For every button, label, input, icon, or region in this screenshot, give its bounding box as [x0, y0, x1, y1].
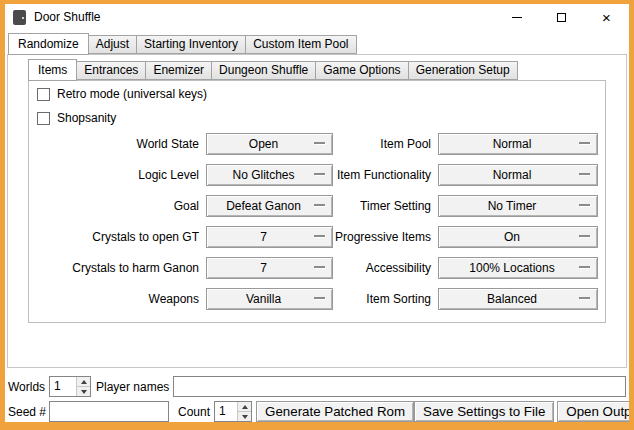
timer-setting-select[interactable]: No Timer	[438, 195, 598, 217]
app-window: Door Shuffle × Randomize Adjust Starting…	[0, 0, 634, 430]
item-sorting-select[interactable]: Balanced	[438, 288, 598, 310]
minimize-icon	[512, 17, 522, 18]
tab-dungeon-shuffle[interactable]: Dungeon Shuffle	[211, 61, 316, 80]
tab-entrances[interactable]: Entrances	[76, 61, 146, 80]
count-spinner[interactable]: 1	[214, 401, 252, 422]
tab-enemizer[interactable]: Enemizer	[145, 61, 212, 80]
maximize-button[interactable]	[539, 4, 584, 30]
tab-custom-item-pool[interactable]: Custom Item Pool	[245, 35, 356, 54]
timer-setting-label: Timer Setting	[259, 195, 431, 217]
dropdown-indicator-icon	[579, 235, 590, 237]
dropdown-indicator-icon	[579, 297, 590, 299]
dropdown-indicator-icon	[579, 266, 590, 268]
spin-down-button[interactable]	[238, 412, 251, 421]
worlds-row: Worlds 1 Player names	[8, 376, 626, 397]
worlds-value[interactable]: 1	[50, 377, 76, 396]
item-functionality-select[interactable]: Normal	[438, 164, 598, 186]
app-icon	[13, 10, 26, 25]
maximize-icon	[557, 13, 566, 22]
option-row-4: Crystals to open GT 7 Progressive Items …	[29, 226, 607, 248]
tab-items[interactable]: Items	[28, 59, 77, 81]
player-names-label: Player names	[96, 380, 169, 394]
arrow-up-icon	[81, 380, 87, 384]
option-row-6: Weapons Vanilla Item Sorting Balanced	[29, 288, 607, 310]
option-row-1: World State Open Item Pool Normal	[29, 133, 607, 155]
arrow-up-icon	[242, 405, 248, 409]
accessibility-select[interactable]: 100% Locations	[438, 257, 598, 279]
app-surface: Door Shuffle × Randomize Adjust Starting…	[5, 4, 629, 422]
world-state-label: World State	[29, 133, 199, 155]
item-functionality-label: Item Functionality	[259, 164, 431, 186]
option-row-3: Goal Defeat Ganon Timer Setting No Timer	[29, 195, 607, 217]
timer-setting-value: No Timer	[439, 196, 597, 216]
spin-up-button[interactable]	[238, 402, 251, 412]
count-value[interactable]: 1	[215, 402, 237, 421]
worlds-label: Worlds	[8, 380, 49, 394]
crystals-ganon-label: Crystals to harm Ganon	[29, 257, 199, 279]
option-row-5: Crystals to harm Ganon 7 Accessibility 1…	[29, 257, 607, 279]
arrow-down-icon	[242, 415, 248, 419]
tab-game-options[interactable]: Game Options	[315, 61, 408, 80]
tab-randomize[interactable]: Randomize	[8, 33, 89, 55]
main-tabbar: Randomize Adjust Starting Inventory Cust…	[8, 32, 357, 54]
spinner-arrows	[237, 402, 251, 421]
arrow-down-icon	[81, 390, 87, 394]
spinner-arrows	[76, 377, 90, 396]
randomize-sub-tabbar: Items Entrances Enemizer Dungeon Shuffle…	[28, 58, 518, 80]
minimize-button[interactable]	[494, 4, 539, 30]
tab-starting-inventory[interactable]: Starting Inventory	[136, 35, 246, 54]
item-pool-select[interactable]: Normal	[438, 133, 598, 155]
shopsanity-label: Shopsanity	[57, 111, 116, 125]
generate-patched-rom-button[interactable]: Generate Patched Rom	[256, 401, 414, 422]
accessibility-label: Accessibility	[259, 257, 431, 279]
progressive-items-select[interactable]: On	[438, 226, 598, 248]
progressive-items-label: Progressive Items	[259, 226, 431, 248]
seed-input[interactable]	[49, 401, 169, 422]
item-pool-value: Normal	[439, 134, 597, 154]
spin-down-button[interactable]	[77, 387, 90, 396]
titlebar[interactable]: Door Shuffle ×	[5, 4, 629, 30]
close-icon: ×	[602, 10, 611, 25]
player-names-input[interactable]	[173, 376, 626, 397]
items-pane: Retro mode (universal keys) Shopsanity W…	[28, 80, 606, 323]
item-sorting-label: Item Sorting	[259, 288, 431, 310]
seed-label: Seed #	[8, 405, 49, 419]
option-row-2: Logic Level No Glitches Item Functionali…	[29, 164, 607, 186]
dropdown-indicator-icon	[579, 142, 590, 144]
window-title: Door Shuffle	[34, 10, 101, 24]
progressive-items-value: On	[439, 227, 597, 247]
accessibility-value: 100% Locations	[439, 258, 597, 278]
checkbox-icon[interactable]	[37, 112, 50, 125]
retro-mode-checkbox-row[interactable]: Retro mode (universal keys)	[37, 86, 207, 102]
retro-mode-label: Retro mode (universal keys)	[57, 87, 207, 101]
checkbox-icon[interactable]	[37, 88, 50, 101]
window-controls: ×	[494, 4, 629, 30]
item-functionality-value: Normal	[439, 165, 597, 185]
logic-level-label: Logic Level	[29, 164, 199, 186]
crystals-gt-label: Crystals to open GT	[29, 226, 199, 248]
item-sorting-value: Balanced	[439, 289, 597, 309]
save-settings-button[interactable]: Save Settings to File	[414, 401, 554, 422]
dropdown-indicator-icon	[579, 204, 590, 206]
item-pool-label: Item Pool	[259, 133, 431, 155]
seed-row: Seed # Count 1 Generate Patched Rom Save…	[8, 401, 626, 422]
goal-label: Goal	[29, 195, 199, 217]
count-label: Count	[178, 405, 210, 419]
dropdown-indicator-icon	[579, 173, 590, 175]
shopsanity-checkbox-row[interactable]: Shopsanity	[37, 110, 116, 126]
worlds-spinner[interactable]: 1	[49, 376, 91, 397]
close-button[interactable]: ×	[584, 4, 629, 30]
weapons-label: Weapons	[29, 288, 199, 310]
tab-generation-setup[interactable]: Generation Setup	[408, 61, 518, 80]
spin-up-button[interactable]	[77, 377, 90, 387]
open-output-directory-button[interactable]: Open Output Directory	[557, 401, 629, 422]
tab-adjust[interactable]: Adjust	[88, 35, 137, 54]
